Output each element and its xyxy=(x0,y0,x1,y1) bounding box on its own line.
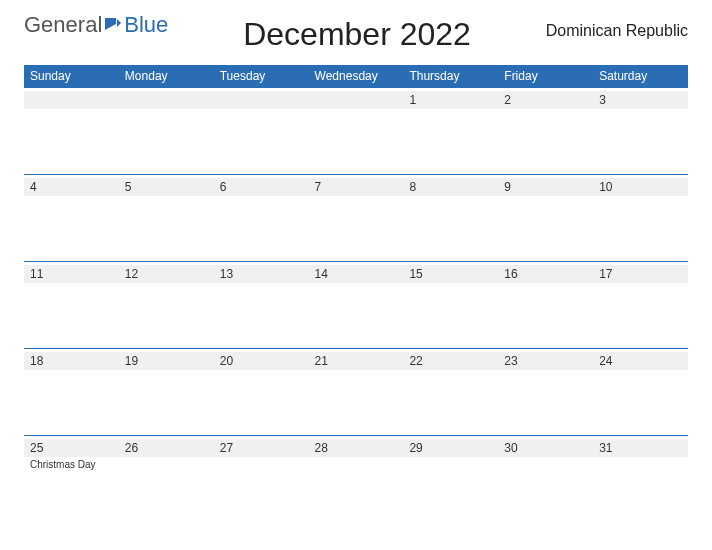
calendar-cell: 12 xyxy=(119,262,214,348)
date-number: 3 xyxy=(593,91,688,109)
calendar-cell: 21 xyxy=(309,349,404,435)
date-number: . xyxy=(309,91,404,109)
calendar-week: 18192021222324 xyxy=(24,348,688,435)
date-number: 6 xyxy=(214,178,309,196)
calendar-cell: 19 xyxy=(119,349,214,435)
weekday-header: Thursday xyxy=(403,65,498,87)
calendar-cell: 14 xyxy=(309,262,404,348)
date-number: 25 xyxy=(24,439,119,457)
calendar-cell: 10 xyxy=(593,175,688,261)
weekday-header: Wednesday xyxy=(309,65,404,87)
calendar-event: Christmas Day xyxy=(30,459,113,470)
date-number: . xyxy=(214,91,309,109)
calendar-cell: . xyxy=(309,88,404,174)
date-number: 20 xyxy=(214,352,309,370)
calendar-cell: 25Christmas Day xyxy=(24,436,119,522)
calendar-cell: 7 xyxy=(309,175,404,261)
weekday-header: Friday xyxy=(498,65,593,87)
calendar-cell: 18 xyxy=(24,349,119,435)
date-number: 8 xyxy=(403,178,498,196)
date-number: 23 xyxy=(498,352,593,370)
calendar-cell: 24 xyxy=(593,349,688,435)
calendar-grid: ....123456789101112131415161718192021222… xyxy=(24,87,688,522)
date-number: 10 xyxy=(593,178,688,196)
date-number: 16 xyxy=(498,265,593,283)
calendar-week: ....123 xyxy=(24,87,688,174)
calendar-cell: 20 xyxy=(214,349,309,435)
calendar-cell: . xyxy=(119,88,214,174)
logo: General Blue xyxy=(24,12,168,38)
calendar-cell: 26 xyxy=(119,436,214,522)
date-number: 29 xyxy=(403,439,498,457)
country-label: Dominican Republic xyxy=(546,22,688,40)
date-number: 14 xyxy=(309,265,404,283)
calendar-cell: 9 xyxy=(498,175,593,261)
date-number: 15 xyxy=(403,265,498,283)
date-number: 27 xyxy=(214,439,309,457)
calendar-cell: 17 xyxy=(593,262,688,348)
calendar-title: December 2022 xyxy=(168,16,545,53)
date-number: 22 xyxy=(403,352,498,370)
date-number: 11 xyxy=(24,265,119,283)
calendar-cell: 15 xyxy=(403,262,498,348)
date-number: 1 xyxy=(403,91,498,109)
date-number: 13 xyxy=(214,265,309,283)
calendar-cell: 16 xyxy=(498,262,593,348)
weekday-header: Monday xyxy=(119,65,214,87)
date-number: 30 xyxy=(498,439,593,457)
date-number: 2 xyxy=(498,91,593,109)
calendar-week: 11121314151617 xyxy=(24,261,688,348)
date-number: 9 xyxy=(498,178,593,196)
calendar-cell: 13 xyxy=(214,262,309,348)
calendar-cell: 5 xyxy=(119,175,214,261)
date-number: . xyxy=(24,91,119,109)
calendar-cell: 1 xyxy=(403,88,498,174)
date-number: 28 xyxy=(309,439,404,457)
logo-text-blue: Blue xyxy=(124,12,168,38)
calendar-cell: . xyxy=(214,88,309,174)
date-number: 4 xyxy=(24,178,119,196)
date-number: 21 xyxy=(309,352,404,370)
weekday-header-row: Sunday Monday Tuesday Wednesday Thursday… xyxy=(24,65,688,87)
weekday-header: Tuesday xyxy=(214,65,309,87)
calendar-cell: . xyxy=(24,88,119,174)
calendar-header: General Blue December 2022 Dominican Rep… xyxy=(24,12,688,53)
calendar-week: 45678910 xyxy=(24,174,688,261)
date-number: 19 xyxy=(119,352,214,370)
date-number: 26 xyxy=(119,439,214,457)
date-number: 12 xyxy=(119,265,214,283)
calendar-cell: 30 xyxy=(498,436,593,522)
date-number: 18 xyxy=(24,352,119,370)
date-number: 24 xyxy=(593,352,688,370)
date-number: . xyxy=(119,91,214,109)
calendar-cell: 2 xyxy=(498,88,593,174)
calendar-cell: 29 xyxy=(403,436,498,522)
calendar-cell: 3 xyxy=(593,88,688,174)
calendar-cell: 22 xyxy=(403,349,498,435)
calendar-cell: 4 xyxy=(24,175,119,261)
weekday-header: Saturday xyxy=(593,65,688,87)
date-number: 17 xyxy=(593,265,688,283)
date-number: 7 xyxy=(309,178,404,196)
logo-icon xyxy=(104,12,122,38)
date-number: 31 xyxy=(593,439,688,457)
calendar-cell: 28 xyxy=(309,436,404,522)
calendar-cell: 31 xyxy=(593,436,688,522)
calendar-cell: 6 xyxy=(214,175,309,261)
calendar-week: 25Christmas Day262728293031 xyxy=(24,435,688,522)
logo-text-general: General xyxy=(24,12,102,38)
calendar-cell: 27 xyxy=(214,436,309,522)
date-number: 5 xyxy=(119,178,214,196)
weekday-header: Sunday xyxy=(24,65,119,87)
calendar-cell: 23 xyxy=(498,349,593,435)
calendar-cell: 11 xyxy=(24,262,119,348)
calendar-cell: 8 xyxy=(403,175,498,261)
